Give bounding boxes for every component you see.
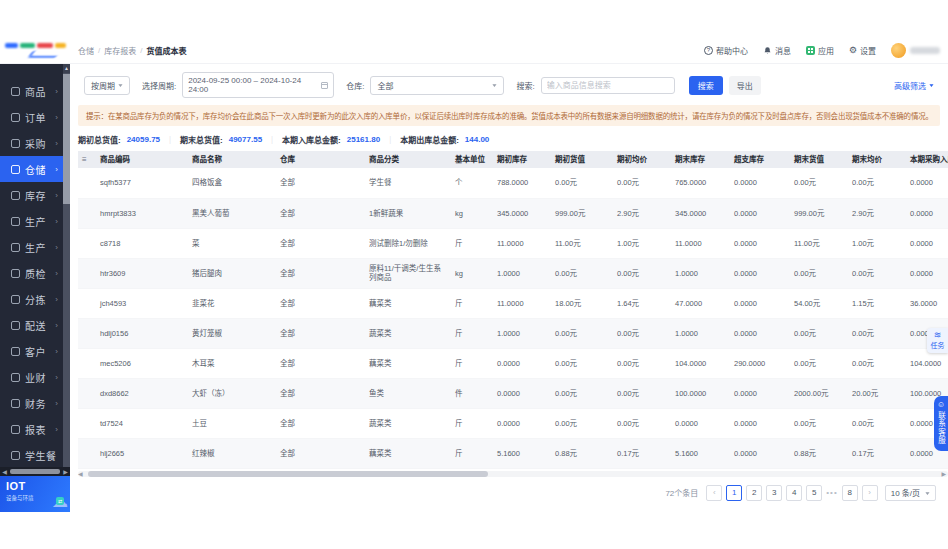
- messages-button[interactable]: 消息: [763, 45, 791, 56]
- sidebar-item-quality[interactable]: 质检›: [0, 260, 63, 286]
- sidebar-item-finance[interactable]: 财务›: [0, 390, 63, 416]
- table-row: c8718菜全部测试删除1/勿删除斤11.000011.00元1.00元11.0…: [78, 228, 948, 258]
- period-mode-button[interactable]: 按周期 ▼: [84, 76, 130, 95]
- sidebar-item-goods[interactable]: 商品›: [0, 78, 63, 104]
- next-page-button[interactable]: ›: [862, 485, 878, 501]
- page-button-1[interactable]: 1: [726, 485, 742, 501]
- sidebar-scrollbar-track[interactable]: [63, 64, 70, 468]
- help-icon: ?: [704, 46, 713, 55]
- table-cell: 藕菜类: [365, 288, 451, 318]
- table-cell: kg: [451, 198, 493, 228]
- table-cell: 测试删除1/勿删除: [365, 228, 451, 258]
- scroll-right-icon[interactable]: ▶: [941, 470, 946, 477]
- sidebar-item-inventory[interactable]: 库存›: [0, 182, 63, 208]
- table-row: hlj2665红辣椒全部藕菜类斤5.16000.88元0.17元5.16000.…: [78, 438, 948, 468]
- chevron-right-icon: ›: [55, 295, 58, 304]
- table-cell: 0.00元: [848, 408, 906, 438]
- table-cell: 0.00元: [790, 348, 848, 378]
- breadcrumb-item[interactable]: 仓储: [78, 45, 94, 56]
- column-header: 本期采购入库量: [906, 151, 948, 168]
- table-cell: 0.00元: [848, 348, 906, 378]
- table-cell: 11.00元: [790, 228, 848, 258]
- scroll-left-icon[interactable]: ◀: [78, 470, 83, 477]
- help-label: 帮助中心: [716, 45, 748, 56]
- sidebar-item-customers[interactable]: 客户›: [0, 338, 63, 364]
- purchase-icon: [11, 139, 20, 148]
- sidebar-item-reports[interactable]: 报表›: [0, 416, 63, 442]
- settings-button[interactable]: ⚙ 设置: [849, 45, 876, 56]
- period-label: 选择周期:: [142, 80, 176, 91]
- page-button-4[interactable]: 4: [786, 485, 802, 501]
- sidebar-item-warehouse[interactable]: 仓储›: [0, 156, 63, 182]
- sidebar-item-label: 商品: [25, 84, 46, 99]
- table-cell: 0.00元: [790, 168, 848, 198]
- scroll-left-icon[interactable]: ◀: [0, 468, 9, 475]
- help-center-button[interactable]: ? 帮助中心: [704, 45, 748, 56]
- page-size-select[interactable]: 10 条/页 ▼: [885, 485, 936, 501]
- table-cell: 5.1600: [493, 438, 551, 468]
- page-button-8[interactable]: 8: [842, 485, 858, 501]
- table-cell: 11.00元: [551, 228, 613, 258]
- table-row: td7524土豆全部蔬菜类斤0.00000.00元0.00元0.00000.00…: [78, 408, 948, 438]
- task-panel-button[interactable]: ≋ 任务: [927, 328, 948, 353]
- table-cell: 0.00元: [551, 348, 613, 378]
- sidebar-item-orders[interactable]: 订单›: [0, 104, 63, 130]
- table-cell: 18.00元: [551, 288, 613, 318]
- search-button[interactable]: 搜索: [689, 76, 723, 95]
- scroll-right-icon[interactable]: ▶: [61, 468, 70, 475]
- table-cell: 全部: [276, 228, 365, 258]
- sidebar-scrollbar-thumb[interactable]: [63, 74, 70, 204]
- user-menu[interactable]: [891, 43, 940, 58]
- date-range-input[interactable]: 2024-09-25 00:00 – 2024-10-24 24:00: [182, 72, 334, 98]
- prev-page-button[interactable]: ‹: [706, 485, 722, 501]
- topbar-actions: ? 帮助中心 消息 应用 ⚙ 设置: [704, 43, 948, 58]
- column-settings-icon[interactable]: ≡: [82, 155, 87, 164]
- table-cell: 0.17元: [848, 438, 906, 468]
- apps-button[interactable]: 应用: [806, 45, 834, 56]
- sidebar-item-label: 配送: [25, 318, 46, 333]
- chevron-down-icon: ▼: [928, 82, 935, 88]
- sidebar-scroll-up-icon[interactable]: ▲: [63, 64, 70, 73]
- notice-label: 提示：: [86, 110, 108, 121]
- advanced-filter-link[interactable]: 高级筛选 ▼: [894, 80, 942, 91]
- column-settings-cell: ≡: [78, 151, 96, 168]
- table-cell: 0.00元: [551, 408, 613, 438]
- apps-label: 应用: [818, 45, 834, 56]
- contact-support-button[interactable]: ☺ 联系客服: [934, 396, 948, 451]
- table-cell: 斤: [451, 348, 493, 378]
- smiley-icon: ☺: [934, 400, 948, 409]
- table-cell: 1.0000: [671, 258, 730, 288]
- table-cell: 0.00元: [790, 258, 848, 288]
- page-button-2[interactable]: 2: [746, 485, 762, 501]
- sidebar-item-label: 采购: [25, 136, 46, 151]
- table-cell: hmrpt3833: [96, 198, 188, 228]
- page-button-5[interactable]: 5: [806, 485, 822, 501]
- sidebar-hscrollbar-thumb[interactable]: [10, 469, 60, 474]
- sidebar-item-sorting[interactable]: 分拣›: [0, 286, 63, 312]
- table-cell: 全部: [276, 198, 365, 228]
- sidebar-item-production-2[interactable]: 生产›: [0, 234, 63, 260]
- sidebar-item-delivery[interactable]: 配送›: [0, 312, 63, 338]
- table-cell: 0.00元: [613, 348, 671, 378]
- iot-banner[interactable]: IOT 设备与环境 ☁ ⇄: [0, 476, 70, 512]
- warehouse-select[interactable]: 全部 ▼: [370, 76, 504, 95]
- page-button-3[interactable]: 3: [766, 485, 782, 501]
- sidebar-item-production[interactable]: 生产›: [0, 208, 63, 234]
- export-button[interactable]: 导出: [729, 76, 761, 95]
- breadcrumb-item[interactable]: 库存报表: [104, 45, 136, 56]
- sidebar-item-student-meal[interactable]: 学生餐: [0, 442, 63, 468]
- table-hscrollbar-thumb[interactable]: [88, 471, 488, 477]
- logo-shape: [5, 43, 18, 48]
- chevron-right-icon: ›: [55, 425, 58, 434]
- table-cell: 菜: [188, 228, 276, 258]
- sidebar-item-biz-finance[interactable]: 业财›: [0, 364, 63, 390]
- finance-icon: [11, 399, 20, 408]
- table-row: mec5206木耳菜全部藕菜类斤0.00000.00元0.00元104.0000…: [78, 348, 948, 378]
- logo-shape: [55, 43, 66, 48]
- sidebar-item-purchase[interactable]: 采购›: [0, 130, 63, 156]
- pagination: 72个条目 ‹12345•••8› 10 条/页 ▼: [70, 477, 948, 501]
- table-cell: 0.0000: [730, 378, 790, 408]
- pagination-total: 72个条目: [665, 487, 698, 498]
- breadcrumb-current: 货值成本表: [146, 45, 186, 56]
- search-input[interactable]: [541, 77, 675, 94]
